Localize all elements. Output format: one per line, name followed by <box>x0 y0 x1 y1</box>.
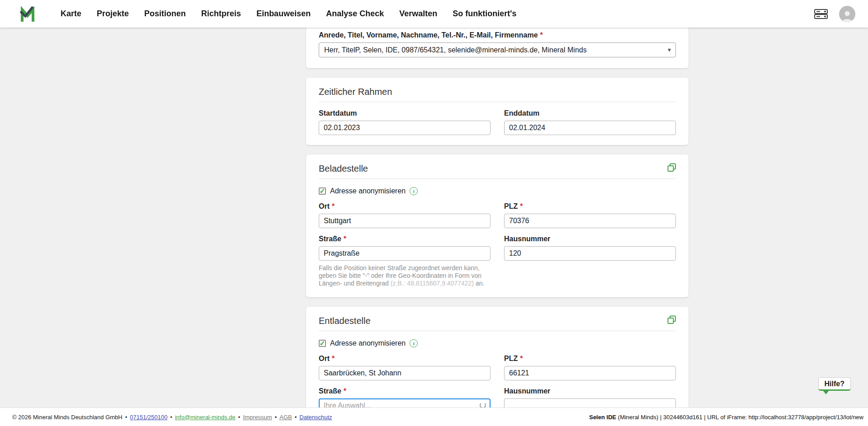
nav-item-verwalten[interactable]: Verwalten <box>399 9 437 19</box>
form-column: Anrede, Titel, Vorname, Nachname, Tel.-N… <box>306 28 689 426</box>
agb-link[interactable]: AGB <box>279 414 292 421</box>
ort-plz-row: Ort* PLZ* <box>319 355 676 380</box>
nav-item-karte[interactable]: Karte <box>61 9 81 19</box>
footer-left: © 2026 Mineral Minds Deutschland GmbH • … <box>12 414 332 421</box>
phone-link[interactable]: 07151/250100 <box>130 414 167 421</box>
main-content: Anrede, Titel, Vorname, Nachname, Tel.-N… <box>0 28 868 426</box>
email-link[interactable]: info@mineral-minds.de <box>175 414 236 421</box>
main-nav: Karte Projekte Positionen Richtpreis Ein… <box>61 9 517 19</box>
strasse-label-text: Straße <box>319 235 341 243</box>
contact-label-text: Anrede, Titel, Vorname, Nachname, Tel.-N… <box>319 31 538 39</box>
hausnummer-label-text: Hausnummer <box>504 235 550 243</box>
help-text-suffix: an. <box>474 280 484 287</box>
copy-icon[interactable] <box>667 163 677 173</box>
plz-field: PLZ* <box>504 202 676 228</box>
bullet-separator: • <box>275 414 277 421</box>
strasse-input[interactable] <box>319 246 491 261</box>
hausnummer-input[interactable] <box>504 246 676 261</box>
copy-icon[interactable] <box>667 315 677 325</box>
contact-select[interactable]: Herr, TitelP, Selen, IDE, 0987/654321, s… <box>319 42 676 57</box>
timeframe-card: Zeitlicher Rahmen Startdatum Enddatum <box>306 78 689 145</box>
nav-item-so-funktionierts[interactable]: So funktioniert's <box>453 9 516 19</box>
anonymize-row: ✓ Adresse anonymisieren i <box>319 187 676 195</box>
ort-input[interactable] <box>319 366 491 380</box>
help-bubble-tail <box>823 390 829 394</box>
startdatum-label: Startdatum <box>319 109 491 117</box>
nav-item-richtpreis[interactable]: Richtpreis <box>201 9 241 19</box>
nav-item-analyse-check[interactable]: Analyse Check <box>326 9 384 19</box>
session-user: Selen IDE <box>589 414 616 421</box>
divider <box>319 178 676 179</box>
server-icon[interactable] <box>814 8 828 20</box>
anonymize-checkbox[interactable]: ✓ <box>319 187 326 195</box>
info-icon[interactable]: i <box>410 339 418 347</box>
session-info: Selen IDE (Mineral Minds) | 30244603d161… <box>589 414 863 421</box>
datenschutz-link[interactable]: Datenschutz <box>299 414 332 421</box>
bullet-separator: • <box>170 414 172 421</box>
ort-input[interactable] <box>319 214 491 228</box>
beladestelle-title: Beladestelle <box>319 164 676 173</box>
anonymize-row: ✓ Adresse anonymisieren i <box>319 339 676 347</box>
footer: © 2026 Mineral Minds Deutschland GmbH • … <box>0 407 868 426</box>
contact-card: Anrede, Titel, Vorname, Nachname, Tel.-N… <box>306 28 689 68</box>
ort-field: Ort* <box>319 355 491 380</box>
bullet-separator: • <box>238 414 241 421</box>
bullet-separator: • <box>125 414 127 421</box>
startdatum-input[interactable] <box>319 121 491 135</box>
required-asterisk: * <box>520 355 523 362</box>
required-asterisk: * <box>344 387 346 395</box>
enddatum-label-text: Enddatum <box>504 109 539 117</box>
enddatum-field: Enddatum <box>504 109 676 135</box>
ort-plz-row: Ort* PLZ* <box>319 202 676 228</box>
help-button-label: Hilfe? <box>825 380 844 388</box>
plz-label-text: PLZ <box>504 202 518 210</box>
required-asterisk: * <box>332 355 335 362</box>
check-icon: ✓ <box>320 340 326 346</box>
strasse-label-text: Straße <box>319 387 341 395</box>
plz-label: PLZ* <box>504 202 676 211</box>
impressum-link[interactable]: Impressum <box>243 414 272 421</box>
plz-input[interactable] <box>504 366 676 380</box>
divider <box>319 102 676 102</box>
anonymize-checkbox[interactable]: ✓ <box>319 340 326 347</box>
help-button[interactable]: Hilfe? <box>818 377 851 391</box>
plz-label-text: PLZ <box>504 355 518 362</box>
session-details: (Mineral Minds) | 30244603d161 | URL of … <box>616 414 863 421</box>
enddatum-label: Enddatum <box>504 109 676 117</box>
nav-item-projekte[interactable]: Projekte <box>97 9 129 19</box>
strasse-hausnummer-row: Straße* Falls die Position keiner Straße… <box>319 235 676 287</box>
nav-item-einbauweisen[interactable]: Einbauweisen <box>256 9 311 19</box>
plz-input[interactable] <box>504 214 676 228</box>
beladestelle-card: Beladestelle ✓ Adresse anonymisieren i O… <box>306 154 689 297</box>
contact-label: Anrede, Titel, Vorname, Nachname, Tel.-N… <box>319 31 676 39</box>
strasse-label: Straße* <box>319 235 491 243</box>
help-text-example: (z.B.: 48.8115607,9.4077422) <box>391 280 474 287</box>
bullet-separator: • <box>295 414 297 421</box>
strasse-field: Straße* Falls die Position keiner Straße… <box>319 235 491 287</box>
anonymize-label: Adresse anonymisieren <box>330 187 406 195</box>
top-nav-bar: Karte Projekte Positionen Richtpreis Ein… <box>0 0 868 28</box>
hausnummer-field: Hausnummer <box>504 235 676 287</box>
divider <box>319 331 676 331</box>
enddatum-input[interactable] <box>504 121 676 135</box>
copyright-text: © 2026 Mineral Minds Deutschland GmbH <box>12 414 123 421</box>
anonymize-label: Adresse anonymisieren <box>330 339 406 347</box>
timeframe-row: Startdatum Enddatum <box>319 109 676 135</box>
hausnummer-label: Hausnummer <box>504 387 676 395</box>
ort-label-text: Ort <box>319 355 330 362</box>
ort-label: Ort* <box>319 355 491 363</box>
contact-select-value: Herr, TitelP, Selen, IDE, 0987/654321, s… <box>324 46 587 54</box>
user-avatar[interactable] <box>839 6 855 22</box>
header-actions <box>814 6 855 22</box>
mineral-minds-logo[interactable] <box>20 5 39 23</box>
ort-label: Ort* <box>319 202 491 211</box>
nav-item-positionen[interactable]: Positionen <box>144 9 186 19</box>
entladestelle-title: Entladestelle <box>319 316 676 326</box>
info-icon[interactable]: i <box>410 187 418 195</box>
ort-field: Ort* <box>319 202 491 228</box>
plz-label: PLZ* <box>504 355 676 363</box>
startdatum-field: Startdatum <box>319 109 491 135</box>
hausnummer-label-text: Hausnummer <box>504 387 550 395</box>
strasse-label: Straße* <box>319 387 491 395</box>
startdatum-label-text: Startdatum <box>319 109 357 117</box>
